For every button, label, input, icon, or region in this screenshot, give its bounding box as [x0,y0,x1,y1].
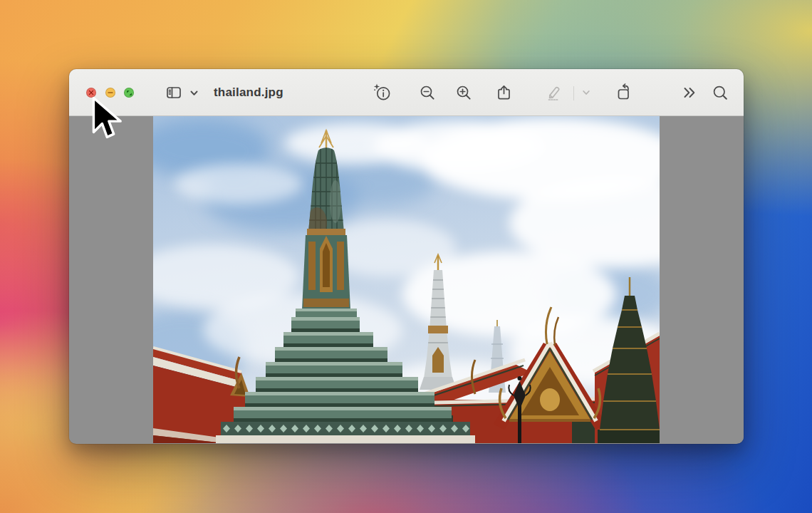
arrow-pointer-icon [91,95,125,140]
preview-window: thailand.jpg [69,69,744,444]
chevron-down-icon [581,88,591,98]
window-title: thailand.jpg [214,69,283,116]
zoom-in-button[interactable] [453,82,474,103]
rotate-left-button[interactable] [614,82,635,103]
info-sparkle-icon [373,83,392,103]
double-chevron-right-icon [680,83,699,102]
more-toolbar-items-button[interactable] [679,82,700,103]
mouse-cursor [91,95,125,142]
temple-photo-graphic [153,116,660,443]
close-x-icon [88,90,94,95]
expand-arrows-icon [126,90,132,96]
share-button[interactable] [493,82,514,103]
minimize-minus-icon [108,90,113,95]
toolbar-divider [573,86,574,100]
rotate-left-icon [615,83,635,103]
document-canvas[interactable] [69,116,744,443]
share-icon [494,83,514,103]
view-menu-button[interactable] [187,82,200,103]
markup-pencil-icon [545,83,564,103]
zoom-in-icon [454,83,474,103]
zoom-out-icon [418,83,437,103]
window-titlebar[interactable]: thailand.jpg [69,69,744,116]
zoom-fullscreen-button[interactable] [124,88,134,98]
chevron-down-icon [189,88,199,98]
markup-button [543,82,565,103]
inspector-info-button[interactable] [372,82,393,103]
sidebar-icon [165,83,183,102]
markup-menu-button [580,82,593,103]
sidebar-toggle-button[interactable] [163,82,184,103]
photo-thailand[interactable] [153,116,660,443]
search-button[interactable] [709,82,731,103]
search-icon [711,83,730,103]
zoom-out-button[interactable] [417,82,438,103]
